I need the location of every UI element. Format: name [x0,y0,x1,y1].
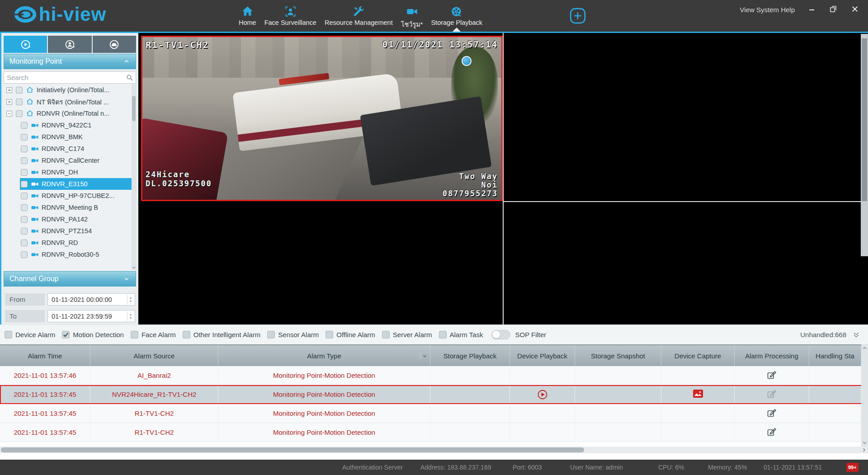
double-chevron-down-icon[interactable] [852,330,861,339]
close-icon[interactable] [851,5,860,14]
from-stepper[interactable]: ▲▼ [127,295,134,304]
checkbox[interactable] [326,331,333,339]
tree-item-nt-online-total[interactable]: +NT พิจิตร (Online/Total ... [4,96,136,108]
checkbox[interactable] [131,331,138,339]
checkbox[interactable] [5,331,12,339]
channel-group-header[interactable]: Channel Group [4,271,136,287]
tree-item-rdnvr-robot30-5[interactable]: RDNVR_Robot30-5 [4,249,136,260]
table-horizontal-scrollbar[interactable] [0,447,868,453]
collapse-toggle-icon[interactable]: − [6,111,12,117]
tree-item-rdnvr-hp-97cube2[interactable]: RDNVR_HP-97CUBE2... [4,190,136,202]
sop-filter-toggle[interactable] [491,330,510,339]
checkbox[interactable] [62,331,70,339]
view-system-help-link[interactable]: View System Help [740,6,795,14]
search-input[interactable] [7,72,122,83]
filter-motion-detection[interactable]: Motion Detection [62,331,124,339]
from-datetime-input[interactable] [52,294,124,305]
scroll-right-icon[interactable] [861,447,867,453]
checkbox[interactable] [21,216,28,223]
nav-item-resource-management[interactable]: Resource Management [325,0,393,32]
alarm-processing-button[interactable] [766,408,777,419]
checkbox[interactable] [21,157,28,164]
expand-toggle-icon[interactable]: + [6,87,12,93]
tree-item-rdnvr-callcenter[interactable]: RDNVR_CallCenter [4,155,136,166]
minimize-icon[interactable] [807,5,816,14]
checkbox[interactable] [21,122,28,129]
checkbox[interactable] [21,193,28,199]
tree-item-rdnvr-rd[interactable]: RDNVR_RD [4,237,136,249]
checkbox[interactable] [382,331,390,339]
nav-item-face-surveillance[interactable]: Face Surveillance [264,0,316,32]
cell-handling-sta [809,423,861,442]
checkbox[interactable] [267,331,275,339]
checkbox[interactable] [21,146,28,152]
scroll-up-icon[interactable] [862,345,868,351]
checkbox[interactable] [21,134,28,141]
checkbox[interactable] [21,181,28,188]
checkbox[interactable] [21,251,28,258]
filter-server-alarm[interactable]: Server Alarm [382,331,432,339]
expand-toggle-icon[interactable]: + [6,99,12,105]
filter-alarm-task[interactable]: Alarm Task [439,331,483,339]
nav-item-home[interactable]: Home [239,0,256,32]
tree-item-rdnvr-online-total-n[interactable]: −RDNVR (Online/Total n... [4,108,136,119]
checkbox[interactable] [16,110,23,117]
horizontal-scrollbar-thumb[interactable] [1,447,584,452]
filter-offline-alarm[interactable]: Offline Alarm [326,331,375,339]
tree-item-initiatively-online-total[interactable]: +Initiatively (Online/Total... [4,84,136,96]
add-tab-button[interactable] [569,7,587,25]
tree-item-rdnvr-pa142[interactable]: RDNVR_PA142 [4,213,136,225]
filter-device-alarm[interactable]: Device Alarm [5,331,55,339]
nav-item-storage-playback[interactable]: Storage Playback [431,0,482,32]
tree-item-rdnvr-ptz154[interactable]: RDNVR_PTZ154 [4,225,136,237]
checkbox[interactable] [21,169,28,176]
device-capture-button[interactable] [693,389,703,400]
camera-icon [31,192,39,200]
camera-icon [31,227,39,235]
restore-icon[interactable] [829,5,838,14]
device-playback-button[interactable] [537,389,548,400]
tree-item-rdnvr-9422c1[interactable]: RDNVR_9422C1 [4,119,136,131]
alarm-processing-button-disabled[interactable] [766,389,777,400]
sidebar-tab-vehicle-playback[interactable] [93,36,136,53]
alarm-processing-button[interactable] [766,427,777,438]
alarm-processing-button[interactable] [766,370,777,381]
checkbox[interactable] [21,240,28,246]
tree-item-rdnvr-meeting-b[interactable]: RDNVR_Meeting B [4,202,136,213]
active-video-tile[interactable]: R1-TV1-CH2 01/11/2021 13:57:14 24Hicare … [141,36,503,201]
to-stepper[interactable]: ▲▼ [127,311,134,321]
filter-face-alarm[interactable]: Face Alarm [131,331,176,339]
checkbox[interactable] [183,331,190,339]
alarm-row-1[interactable]: 2021-11-01 13:57:45NVR24Hicare_R1-TV1-CH… [0,385,868,404]
tree-item-rdnvr-c174[interactable]: RDNVR_C174 [4,143,136,155]
column-filter-chevron-icon[interactable] [420,352,428,360]
scroll-down-icon[interactable] [862,440,868,446]
filter-sensor-alarm[interactable]: Sensor Alarm [267,331,319,339]
tree-scrollbar[interactable] [132,84,136,270]
sidebar-tab-record-playback[interactable] [4,36,47,53]
alarm-row-3[interactable]: 2021-11-01 13:57:45R1-TV1-CH2Monitoring … [0,423,868,442]
checkbox[interactable] [21,228,28,235]
table-vertical-scrollbar[interactable] [861,344,868,447]
tree-item-rdnvr-dh[interactable]: RDNVR_DH [4,166,136,178]
tree-scrollbar-thumb[interactable] [132,96,136,121]
filter-other-intelligent-alarm[interactable]: Other Intelligent Alarm [183,331,260,339]
tree-item-body: RDNVR_HP-97CUBE2... [20,190,136,202]
alarm-row-2[interactable]: 2021-11-01 13:57:45R1-TV1-CH2Monitoring … [0,404,868,423]
video-grid-scrollbar-thumb[interactable] [862,38,867,201]
alarm-count-badge[interactable]: 99+ [846,463,859,472]
to-datetime-input[interactable] [52,310,124,322]
tree-item-rdnvr-bmk[interactable]: RDNVR_BMK [4,131,136,143]
checkbox[interactable] [16,87,23,94]
sidebar-tab-face-playback[interactable] [48,36,91,53]
monitoring-point-header[interactable]: Monitoring Point [4,54,136,69]
checkbox[interactable] [16,99,23,105]
nav-item-item-3[interactable]: โชว์รูม* [401,0,423,32]
video-grid-scrollbar[interactable] [861,34,868,256]
search-icon[interactable] [126,74,133,81]
checkbox[interactable] [21,204,28,211]
tree-item-rdnvr-e3150[interactable]: RDNVR_E3150 [4,178,136,190]
alarm-row-0[interactable]: 2021-11-01 13:57:46AI_Banrai2Monitoring … [0,366,868,385]
scroll-down-icon[interactable] [131,265,137,270]
checkbox[interactable] [439,331,447,339]
